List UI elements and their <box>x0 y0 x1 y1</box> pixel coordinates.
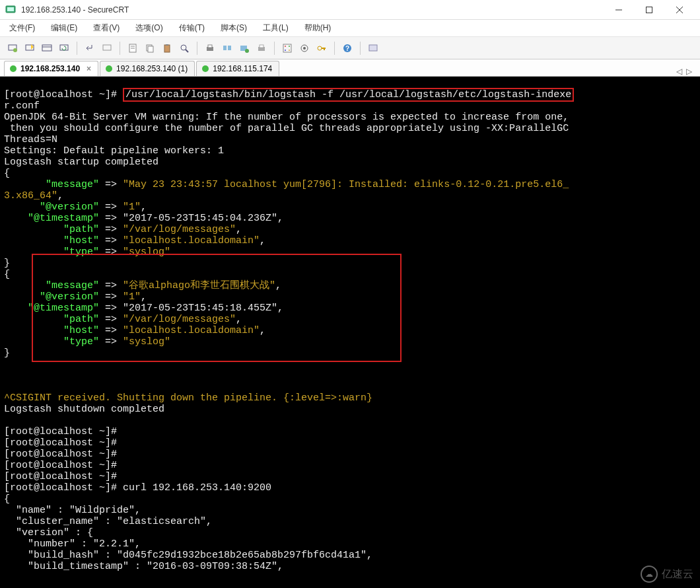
tab-next-icon[interactable]: ▷ <box>686 67 692 76</box>
tab-session-3[interactable]: 192.168.115.174 <box>196 61 279 76</box>
svg-rect-30 <box>283 44 291 52</box>
svg-rect-24 <box>223 46 227 50</box>
key-icon[interactable] <box>314 41 329 55</box>
svg-rect-29 <box>260 45 263 48</box>
toolbar-separator <box>360 42 361 55</box>
val-timestamp: "2017-05-23T15:45:04.236Z" <box>123 213 277 224</box>
tab-session-1[interactable]: 192.168.253.140 × <box>4 61 98 76</box>
minimize-button[interactable] <box>604 0 634 20</box>
command-logstash: /usr/local/logstash/bin/logstash -f /usr… <box>123 88 574 102</box>
toolbar-extra-icon[interactable] <box>366 41 380 55</box>
maximize-button[interactable] <box>634 0 664 20</box>
properties-icon[interactable] <box>125 41 140 55</box>
val-path: "/var/log/messages" <box>123 224 236 235</box>
key-message: "message" <box>4 280 99 291</box>
menu-transfer[interactable]: 传输(T) <box>176 21 207 35</box>
key-version: "@version" <box>4 202 99 213</box>
copy-icon[interactable] <box>143 41 157 55</box>
comma: , <box>277 303 283 314</box>
arrow: => <box>99 336 123 348</box>
paste-icon[interactable] <box>160 41 174 55</box>
command-curl: curl 192.168.253.140:9200 <box>123 482 271 494</box>
disconnect-icon[interactable] <box>100 41 114 55</box>
es-number: "number" : "2.2.1", <box>4 538 141 550</box>
close-icon[interactable]: × <box>87 64 91 73</box>
arrow: => <box>99 213 123 224</box>
toolbar-separator <box>120 42 120 55</box>
printer2-icon[interactable] <box>254 41 269 55</box>
sessions-icon[interactable] <box>220 41 234 55</box>
svg-point-34 <box>289 50 290 51</box>
arrow: => <box>99 246 123 258</box>
arrow: => <box>99 280 123 291</box>
settings-line: Settings: Default pipeline workers: 1 <box>4 145 224 157</box>
menu-edit[interactable]: 编辑(E) <box>48 21 80 35</box>
comma: , <box>275 280 281 291</box>
connect-icon[interactable] <box>5 41 20 55</box>
comma: , <box>277 213 283 224</box>
terminal[interactable]: [root@localhost ~]# /usr/local/logstash/… <box>0 77 700 588</box>
enter-icon[interactable] <box>83 41 97 55</box>
menu-script[interactable]: 脚本(S) <box>218 21 250 35</box>
status-dot-icon <box>106 65 112 72</box>
key-host: "host" <box>4 235 99 246</box>
comma: , <box>57 190 63 202</box>
brace: { <box>4 168 10 179</box>
connect-bar-icon[interactable] <box>40 41 54 55</box>
print-icon[interactable] <box>203 41 217 55</box>
menu-view[interactable]: 查看(V) <box>90 21 122 35</box>
key-path: "path" <box>4 224 99 235</box>
prompt: [root@localhost ~]# <box>4 460 117 471</box>
svg-rect-19 <box>166 44 168 46</box>
watermark: ☁ 亿速云 <box>641 566 693 583</box>
svg-rect-1 <box>7 7 14 11</box>
settings-icon[interactable] <box>297 41 312 55</box>
svg-rect-11 <box>60 45 68 50</box>
svg-rect-3 <box>647 7 652 13</box>
toolbar-separator <box>197 42 197 55</box>
titlebar: 192.168.253.140 - SecureCRT <box>0 0 700 20</box>
tab-prev-icon[interactable]: ◁ <box>676 67 682 76</box>
help-icon[interactable]: ? <box>340 41 355 55</box>
prompt: [root@localhost ~]# <box>4 437 117 449</box>
menu-tools[interactable]: 工具(L) <box>260 21 291 35</box>
tab-session-2[interactable]: 192.168.253.140 (1) <box>100 61 195 76</box>
quick-connect-icon[interactable] <box>22 41 37 55</box>
brace: } <box>4 348 10 359</box>
menu-help[interactable]: 帮助(H) <box>302 21 334 35</box>
val-type: "syslog" <box>123 336 170 348</box>
svg-rect-9 <box>42 45 52 51</box>
svg-point-31 <box>285 46 286 47</box>
app-icon <box>5 5 16 15</box>
find-icon[interactable] <box>177 41 192 55</box>
options-icon[interactable] <box>280 41 295 55</box>
comma: , <box>260 235 265 246</box>
svg-point-37 <box>318 46 322 50</box>
comma: , <box>260 325 265 336</box>
brace: } <box>4 258 10 269</box>
svg-point-32 <box>289 46 290 47</box>
toolbar-separator <box>274 42 275 55</box>
menu-options[interactable]: 选项(O) <box>133 21 165 35</box>
svg-rect-17 <box>148 46 153 52</box>
val-host: "localhost.localdomain" <box>123 235 260 246</box>
arrow: => <box>99 303 123 314</box>
brace: { <box>4 269 10 280</box>
es-build-timestamp: "build_timestamp" : "2016-03-09T09:38:54… <box>4 561 283 572</box>
key-message: "message" <box>4 179 99 190</box>
jvm-warning-line: then you should configure the number of … <box>4 123 569 134</box>
menu-file[interactable]: 文件(F) <box>7 21 38 35</box>
status-dot-icon <box>202 65 209 72</box>
window-title: 192.168.253.140 - SecureCRT <box>21 5 604 15</box>
reconnect-icon[interactable] <box>57 41 71 55</box>
svg-line-21 <box>186 50 188 52</box>
close-button[interactable] <box>664 0 695 20</box>
tab-label: 192.168.253.140 (1) <box>116 64 188 73</box>
toolbar: ? <box>0 37 700 59</box>
brace: { <box>4 494 10 505</box>
jvm-warning-line: OpenJDK 64-Bit Server VM warning: If the… <box>4 112 569 123</box>
svg-rect-25 <box>228 46 231 50</box>
tab-label: 192.168.253.140 <box>20 64 80 73</box>
startup-line: Logstash startup completed <box>4 157 158 168</box>
new-session-icon[interactable] <box>237 41 252 55</box>
